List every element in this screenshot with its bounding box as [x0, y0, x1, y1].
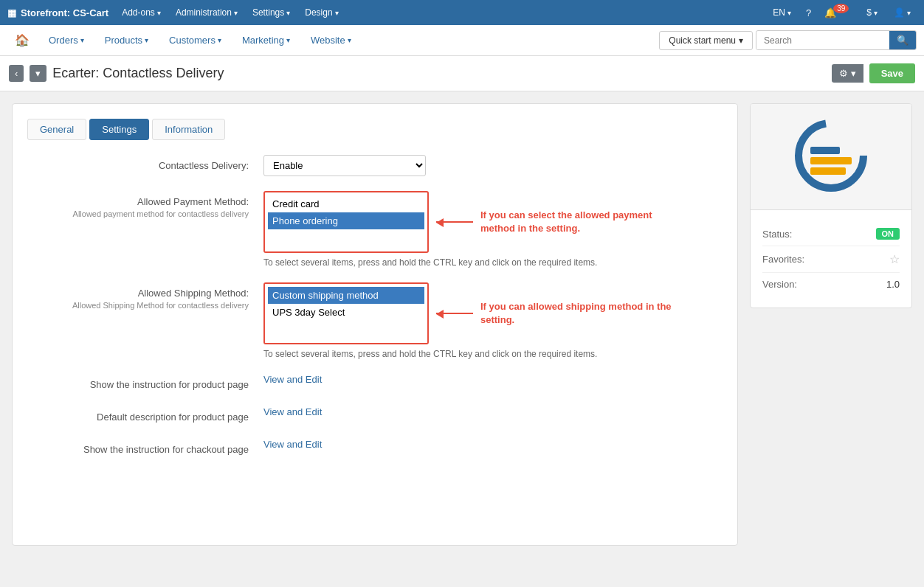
top-right-icons: EN ? 🔔39 $ 👤: [767, 4, 917, 21]
tab-general[interactable]: General: [27, 119, 86, 140]
nav-website[interactable]: Website: [302, 29, 360, 52]
svg-rect-3: [810, 167, 846, 175]
payment-method-select[interactable]: Credit card Phone ordering: [265, 192, 427, 251]
shipping-hint: To select several items, press and hold …: [263, 349, 723, 359]
payment-arrow-icon: [436, 221, 473, 223]
page-title-bar: ‹ ▾ Ecarter: Contactless Delivery ⚙ ▾ Sa…: [0, 56, 924, 91]
addon-logo-svg: [794, 119, 868, 192]
default-description-row: Default description for product page Vie…: [27, 406, 723, 424]
sidebar-panel: Status: ON Favorites: ☆ Version: 1.0: [750, 103, 912, 308]
shipping-annotation-text: If you can allowed shipping method in th…: [480, 300, 687, 327]
instruction-product-control: View and Edit: [263, 374, 723, 385]
gear-icon: ⚙: [839, 68, 848, 79]
svg-point-0: [799, 123, 863, 188]
shipping-method-select[interactable]: Custom shipping method UPS 3day Select: [265, 284, 427, 343]
payment-method-row: Allowed Payment Method: Allowed payment …: [27, 191, 723, 268]
payment-method-select-container: Credit card Phone ordering: [263, 191, 429, 253]
svg-rect-2: [810, 147, 840, 154]
favorites-star-icon[interactable]: ☆: [889, 252, 900, 266]
status-toggle[interactable]: ON: [876, 228, 900, 240]
tab-settings[interactable]: Settings: [89, 119, 149, 140]
payment-annotation-text: If you can select the allowed payment me…: [480, 209, 687, 235]
top-navigation: Add-ons Administration Settings Design: [116, 4, 759, 21]
instruction-product-row: Show the instruction for product page Vi…: [27, 374, 723, 392]
status-row: Status: ON: [762, 222, 900, 246]
payment-method-label: Allowed Payment Method: Allowed payment …: [27, 191, 263, 220]
help-icon[interactable]: ?: [801, 4, 816, 21]
tab-bar: General Settings Information: [27, 119, 723, 140]
page-dropdown-button[interactable]: ▾: [30, 65, 46, 82]
gear-chevron-icon: ▾: [851, 68, 856, 79]
nav-orders[interactable]: Orders: [40, 29, 93, 52]
back-button[interactable]: ‹: [9, 65, 24, 82]
currency-selector[interactable]: $: [861, 4, 883, 21]
nav-bar: 🏠 Orders Products Customers Marketing We…: [0, 25, 924, 56]
default-description-control: View and Edit: [263, 406, 723, 417]
shipping-arrow-icon: [436, 313, 473, 314]
contactless-delivery-control: Enable Disable: [263, 155, 723, 176]
language-selector[interactable]: EN: [767, 4, 797, 21]
instruction-product-link[interactable]: View and Edit: [263, 374, 322, 385]
shipping-method-control: Custom shipping method UPS 3day Select I…: [263, 282, 723, 359]
search-button[interactable]: 🔍: [889, 31, 916, 49]
store-name-text: Storefront: CS-Cart: [21, 7, 108, 18]
save-button[interactable]: Save: [869, 63, 915, 83]
status-label: Status:: [762, 229, 792, 240]
instruction-checkout-row: Show the instruction for chackout page V…: [27, 439, 723, 456]
instruction-checkout-label: Show the instruction for chackout page: [27, 439, 263, 456]
favorites-label: Favorites:: [762, 254, 804, 265]
contactless-delivery-row: Contactless Delivery: Enable Disable: [27, 155, 723, 176]
settings-menu[interactable]: Settings: [246, 4, 296, 21]
notifications-icon[interactable]: 🔔39: [820, 4, 856, 21]
tab-information[interactable]: Information: [152, 119, 225, 140]
instruction-checkout-link[interactable]: View and Edit: [263, 439, 322, 450]
shipping-method-row: Allowed Shipping Method: Allowed Shippin…: [27, 282, 723, 359]
payment-annotation-container: Credit card Phone ordering If you can se…: [263, 191, 723, 253]
contactless-delivery-select[interactable]: Enable Disable: [263, 155, 426, 176]
shipping-method-label: Allowed Shipping Method: Allowed Shippin…: [27, 282, 263, 312]
main-layout: General Settings Information Contactless…: [0, 91, 924, 558]
default-description-label: Default description for product page: [27, 406, 263, 424]
user-menu[interactable]: 👤: [888, 4, 917, 21]
nav-customers[interactable]: Customers: [160, 29, 230, 52]
favorites-row: Favorites: ☆: [762, 246, 900, 273]
addons-menu[interactable]: Add-ons: [116, 4, 167, 21]
page-title: Ecarter: Contactless Delivery: [52, 66, 825, 81]
quick-start-chevron: ▾: [739, 35, 743, 46]
nav-marketing[interactable]: Marketing: [233, 29, 299, 52]
sidebar-info: Status: ON Favorites: ☆ Version: 1.0: [751, 210, 911, 308]
notification-badge: 39: [833, 4, 849, 13]
content-area: General Settings Information Contactless…: [12, 103, 738, 546]
quick-start-button[interactable]: Quick start menu ▾: [659, 31, 753, 50]
payment-hint: To select several items, press and hold …: [263, 257, 723, 268]
default-description-link[interactable]: View and Edit: [263, 406, 322, 417]
version-value: 1.0: [886, 279, 900, 290]
quick-start-label: Quick start menu: [669, 35, 736, 46]
svg-rect-1: [810, 157, 852, 164]
store-icon: ▦: [7, 7, 16, 18]
store-name: ▦ Storefront: CS-Cart: [7, 7, 108, 18]
contactless-delivery-label: Contactless Delivery:: [27, 155, 263, 173]
gear-button[interactable]: ⚙ ▾: [832, 64, 863, 83]
nav-products[interactable]: Products: [96, 29, 157, 52]
payment-method-control: Credit card Phone ordering If you can se…: [263, 191, 723, 268]
shipping-annotation-container: Custom shipping method UPS 3day Select I…: [263, 282, 723, 344]
administration-menu[interactable]: Administration: [170, 4, 244, 21]
top-bar: ▦ Storefront: CS-Cart Add-ons Administra…: [0, 0, 924, 25]
home-button[interactable]: 🏠: [7, 29, 37, 52]
addon-logo: [751, 104, 911, 210]
version-label: Version:: [762, 279, 797, 290]
search-box: 🔍: [756, 30, 917, 50]
shipping-method-select-container: Custom shipping method UPS 3day Select: [263, 282, 429, 344]
version-row: Version: 1.0: [762, 273, 900, 296]
design-menu[interactable]: Design: [299, 4, 344, 21]
instruction-product-label: Show the instruction for product page: [27, 374, 263, 392]
search-input[interactable]: [756, 32, 889, 49]
instruction-checkout-control: View and Edit: [263, 439, 723, 450]
